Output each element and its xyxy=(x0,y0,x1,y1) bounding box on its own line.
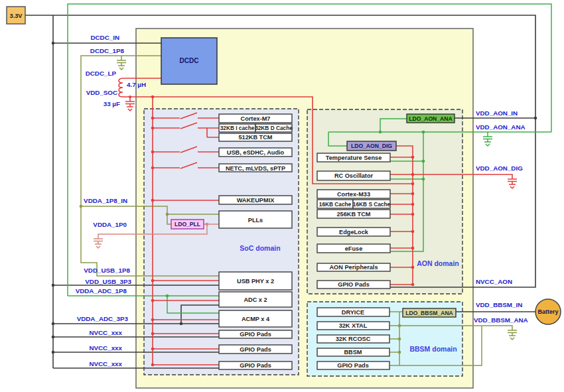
bbsm-domain-title: BBSM domain xyxy=(409,345,457,353)
pin-label-vdda-adc-1p8: VDDA_ADC_1P8 xyxy=(76,287,127,294)
left-pin-labels: DCDC_IN DCDC_1P8 DCDC_LP VDD_SOC 33 µF V… xyxy=(76,34,132,367)
block-edgelock-label: EdgeLock xyxy=(339,229,369,235)
block-netc-label: NETC, mLVDS, sPTP xyxy=(226,165,285,172)
diagram-canvas: 3.3V DCDC Battery Cortex-M7 32KB I cache… xyxy=(0,0,564,392)
pin-label-nvcc-3: NVCC_xxx xyxy=(89,360,122,367)
block-tcm256-label: 256KB TCM xyxy=(336,211,370,218)
capacitor-vdd-bbsm-ana xyxy=(508,330,517,340)
block-32k-rcosc-label: 32K RCOSC xyxy=(336,336,371,342)
dcdc-block: DCDC xyxy=(161,38,217,84)
pin-label-nvcc-2: NVCC_xxx xyxy=(89,344,122,352)
block-rc-osc-label: RC Oscillator xyxy=(334,172,374,179)
supply-3v3: 3.3V xyxy=(7,7,25,24)
supply-3v3-label: 3.3V xyxy=(10,13,23,19)
capacitor-33uf xyxy=(125,101,135,111)
block-ldo-aon-dig-label: LDO_AON_DIG xyxy=(351,143,392,149)
block-ldo-aon-ana-label: LDO_AON_ANA xyxy=(409,115,452,122)
block-bbsm-gpio-label: GPIO Pads xyxy=(337,362,369,369)
pin-label-vdd-soc: VDD_SOC xyxy=(86,89,117,96)
block-wakeupmix-label: WAKEUPMIX xyxy=(237,197,275,204)
block-soc-gpio-2-label: GPIO Pads xyxy=(240,346,271,353)
capacitor-vdd-aon-ana xyxy=(483,137,492,146)
capacitor-vdd-aon-dig xyxy=(508,179,517,188)
pin-label-vdda-1p0: VDDA_1P0 xyxy=(93,221,127,228)
block-icache16-label: 16KB Cache xyxy=(319,201,352,208)
block-aon-gpio-label: GPIO Pads xyxy=(338,281,370,288)
block-icache-label: 32KB I cache xyxy=(220,125,255,131)
block-dcache-label: 32KB D Cache xyxy=(255,125,293,131)
block-dryice-label: DRYICE xyxy=(342,309,364,316)
block-tcm512-label: 512KB TCM xyxy=(238,134,272,141)
pin-label-vdd-bbsm-ana: VDD_BBSM_ANA xyxy=(474,316,528,324)
block-usb-phy-label: USB PHY x 2 xyxy=(237,278,274,285)
block-ldo-pll-label: LDO_PLL xyxy=(175,221,200,228)
block-plls-label: PLLs xyxy=(248,217,263,224)
capacitor-dcdc-1p8 xyxy=(117,60,126,70)
block-soc-gpio-3-label: GPIO Pads xyxy=(240,362,271,369)
pin-label-vdd-usb-3p3: VDD_USB_3P3 xyxy=(85,278,131,285)
right-pin-labels: VDD_AON_IN VDD_AON_ANA VDD_AON_DIG NVCC_… xyxy=(474,109,528,324)
battery-label: Battery xyxy=(537,308,558,315)
battery-node: Battery xyxy=(535,299,561,324)
block-adc-label: ADC x 2 xyxy=(244,296,267,303)
block-bbsm-label: BBSM xyxy=(344,349,362,356)
aon-domain-title: AON domain xyxy=(417,259,459,267)
block-scache16-label: 16KB S Cache xyxy=(353,201,391,208)
pin-label-vdda-adc-3p3: VDDA_ADC_3P3 xyxy=(77,315,129,322)
block-soc-gpio-1-label: GPIO Pads xyxy=(240,331,271,338)
dcdc-label: DCDC xyxy=(180,57,199,64)
inductor-coil xyxy=(119,78,123,97)
pin-label-nvcc-aon: NVCC_AON xyxy=(476,278,512,285)
block-efuse-label: eFuse xyxy=(345,245,363,252)
block-ldo-bbsm-ana-label: LDO_BBSM_ANA xyxy=(405,310,453,316)
label-4u7uh: 4.7 µH xyxy=(127,81,146,88)
pin-label-vdd-usb-1p8: VDD_USB_1P8 xyxy=(84,267,130,274)
capacitor-vdda-1p0 xyxy=(94,239,103,248)
soc-domain-title: SoC domain xyxy=(240,244,280,252)
block-usb-esdhc-label: USB, eSDHC, Audio xyxy=(227,149,285,156)
block-cortex-m7-label: Cortex-M7 xyxy=(241,115,271,122)
label-33uf: 33 µF xyxy=(104,100,120,107)
power-diagram: 3.3V DCDC Battery Cortex-M7 32KB I cache… xyxy=(0,0,564,392)
pin-label-vdd-aon-ana: VDD_AON_ANA xyxy=(476,123,526,131)
block-32k-xtal-label: 32K XTAL xyxy=(339,322,368,329)
pin-label-vdd-bbsm-in: VDD_BBSM_IN xyxy=(476,301,522,308)
block-acmp-label: ACMP x 4 xyxy=(242,316,270,322)
block-aon-periph-label: AON Peripherals xyxy=(329,264,378,271)
pin-label-dcdc-lp: DCDC_LP xyxy=(86,70,117,77)
block-temp-sense-label: Temperature Sense xyxy=(326,155,382,161)
pin-label-vdd-aon-dig: VDD_AON_DIG xyxy=(476,164,523,172)
junction-salmon xyxy=(206,223,209,226)
pin-label-vdd-aon-in: VDD_AON_IN xyxy=(476,109,518,117)
pin-label-dcdc-in: DCDC_IN xyxy=(90,34,119,41)
pin-label-nvcc-1: NVCC_xxx xyxy=(89,329,122,336)
block-cortex-m33-label: Cortex-M33 xyxy=(337,191,370,198)
pin-label-vdda-1p8-in: VDDA_1P8_IN xyxy=(84,197,127,204)
pin-label-dcdc-1p8: DCDC_1P8 xyxy=(90,47,125,54)
